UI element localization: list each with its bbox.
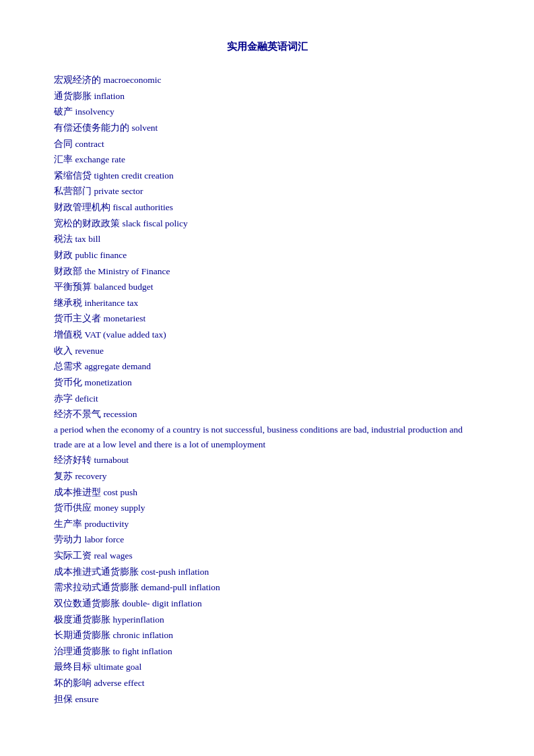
list-item: 货币供应 money supply — [54, 500, 480, 516]
list-item: 生产率 productivity — [54, 516, 480, 532]
list-item: 财政 public finance — [54, 247, 480, 263]
list-item: 经济好转 turnabout — [54, 452, 480, 468]
list-item: 总需求 aggregate demand — [54, 358, 480, 375]
list-item: 最终目标 ultimate goal — [54, 659, 480, 675]
list-item: 成本推进式通货膨胀 cost-push inflation — [54, 564, 480, 580]
list-item: 长期通货膨胀 chronic inflation — [54, 627, 480, 643]
page-title: 实用金融英语词汇 — [54, 40, 480, 53]
list-item: 宽松的财政政策 slack fiscal policy — [54, 216, 480, 232]
list-item: 紧缩信贷 tighten credit creation — [54, 168, 480, 184]
vocabulary-list: 宏观经济的 macroeconomic通货膨胀 inflation破产 inso… — [54, 72, 480, 707]
list-item: 税法 tax bill — [54, 231, 480, 247]
list-item: 经济不景气 recession — [54, 406, 480, 422]
list-item: 汇率 exchange rate — [54, 152, 480, 168]
list-item: 坏的影响 adverse effect — [54, 675, 480, 691]
list-item: 增值税 VAT (value added tax) — [54, 327, 480, 343]
list-item: 需求拉动式通货膨胀 demand-pull inflation — [54, 579, 480, 596]
list-item: 货币化 monetization — [54, 375, 480, 391]
list-item: 实际工资 real wages — [54, 548, 480, 564]
list-item: 担保 ensure — [54, 691, 480, 707]
list-item: 双位数通货膨胀 double- digit inflation — [54, 596, 480, 612]
list-item: 财政部 the Ministry of Finance — [54, 263, 480, 280]
list-item: 收入 revenue — [54, 343, 480, 359]
list-item: 成本推进型 cost push — [54, 484, 480, 501]
list-item: 劳动力 labor force — [54, 532, 480, 548]
list-item: 通货膨胀 inflation — [54, 88, 480, 104]
list-item: 货币主义者 monetariest — [54, 311, 480, 327]
list-item: 合同 contract — [54, 136, 480, 152]
list-item: 治理通货膨胀 to fight inflation — [54, 643, 480, 660]
list-item: 平衡预算 balanced budget — [54, 279, 480, 295]
list-item: 继承税 inheritance tax — [54, 295, 480, 311]
list-item: 复苏 recovery — [54, 468, 480, 484]
list-item: a period when the economy of a country i… — [54, 422, 480, 453]
list-item: 财政管理机构 fiscal authorities — [54, 199, 480, 216]
list-item: 宏观经济的 macroeconomic — [54, 72, 480, 88]
list-item: 有偿还债务能力的 solvent — [54, 120, 480, 136]
list-item: 赤字 deficit — [54, 391, 480, 407]
list-item: 破产 insolvency — [54, 104, 480, 120]
list-item: 私营部门 private sector — [54, 183, 480, 199]
list-item: 极度通货膨胀 hyperinflation — [54, 612, 480, 628]
